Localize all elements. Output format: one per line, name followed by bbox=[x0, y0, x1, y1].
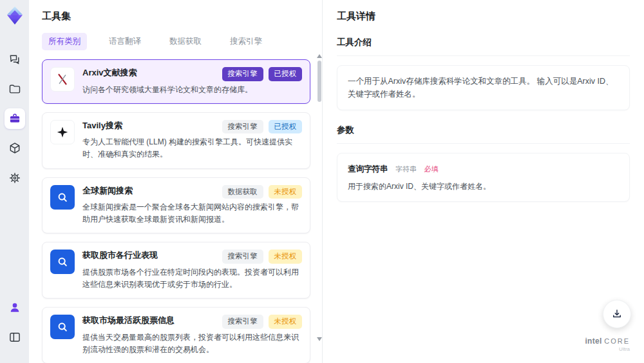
tab-language-translation[interactable]: 语言翻译 bbox=[102, 33, 147, 50]
param-box: 查询字符串 字符串 必填 用于搜索的Arxiv ID、关键字或作者姓名。 bbox=[337, 153, 630, 202]
scrollbar-thumb[interactable] bbox=[317, 61, 321, 102]
tool-card-body: Arxiv文献搜索 搜索引擎 已授权 访问各个研究领域大量科学论文和文章的存储库… bbox=[82, 67, 302, 96]
app-window: 工具集 所有类别 语言翻译 数据获取 搜索引擎 Arxiv文献搜索 bbox=[0, 0, 644, 363]
folder-icon bbox=[8, 83, 21, 95]
scrollbar-up-arrow[interactable] bbox=[317, 54, 322, 58]
cube-icon bbox=[8, 142, 21, 155]
arxiv-icon bbox=[50, 67, 75, 92]
sidebar-item-toolbox[interactable] bbox=[5, 108, 25, 129]
stock-search-icon bbox=[50, 315, 75, 339]
auth-status-badge: 已授权 bbox=[269, 67, 303, 81]
sidebar-item-settings[interactable] bbox=[5, 168, 25, 188]
tool-description: 全球新闻搜索是一个聚合全球各大新闻网站内容的搜索引擎，帮助用户快速获取全球最新资… bbox=[82, 201, 302, 226]
list-scrollbar[interactable] bbox=[317, 57, 322, 363]
intel-core-logo: intel CORE Ultra bbox=[585, 337, 630, 353]
tool-description: 提供股票市场各个行业在特定时间段内的表现。投资者可以利用这些信息来识别表现优于或… bbox=[82, 266, 302, 291]
stock-search-icon bbox=[50, 250, 75, 274]
sidebar-item-files[interactable] bbox=[5, 79, 25, 99]
category-tag: 搜索引擎 bbox=[222, 250, 263, 264]
brand-ultra-text: Ultra bbox=[585, 347, 630, 353]
sidebar-item-packages[interactable] bbox=[5, 138, 25, 159]
param-type: 字符串 bbox=[395, 165, 417, 173]
auth-status-badge: 未授权 bbox=[269, 315, 303, 329]
tool-card[interactable]: Tavily搜索 搜索引擎 已授权 专为人工智能代理 (LLM) 构建的搜索引擎… bbox=[42, 112, 310, 169]
tool-name: 获取股市各行业表现 bbox=[82, 250, 158, 261]
tab-search-engine[interactable]: 搜索引擎 bbox=[223, 33, 269, 50]
tool-description: 专为人工智能代理 (LLM) 构建的搜索引擎工具。可快速提供实时、准确和真实的结… bbox=[82, 136, 302, 161]
sidebar-item-panel-toggle[interactable] bbox=[5, 327, 25, 348]
briefcase-icon bbox=[8, 112, 21, 125]
intro-section-heading: 工具介绍 bbox=[337, 37, 630, 56]
chat-icon bbox=[8, 53, 21, 66]
category-tag: 搜索引擎 bbox=[222, 120, 263, 134]
param-name: 查询字符串 bbox=[348, 164, 388, 173]
param-required-badge: 必填 bbox=[424, 165, 438, 173]
panel-toggle-icon bbox=[8, 331, 21, 344]
user-icon bbox=[8, 301, 21, 314]
category-tag: 搜索引擎 bbox=[222, 67, 263, 81]
tool-detail-panel: 工具详情 工具介绍 一个用于从Arxiv存储库搜索科学论文和文章的工具。 输入可… bbox=[322, 0, 644, 363]
brand-intel-text: intel bbox=[585, 337, 601, 346]
tool-card-body: 获取市场最活跃股票信息 搜索引擎 未授权 提供当天交易量最高的股票列表，投资者可… bbox=[82, 315, 302, 356]
brand-core-text: CORE bbox=[604, 337, 630, 345]
news-search-icon bbox=[50, 185, 75, 210]
tool-list-panel: 工具集 所有类别 语言翻译 数据获取 搜索引擎 Arxiv文献搜索 bbox=[29, 0, 322, 363]
tool-card-body: Tavily搜索 搜索引擎 已授权 专为人工智能代理 (LLM) 构建的搜索引擎… bbox=[82, 120, 302, 161]
tool-card[interactable]: 全球新闻搜索 数据获取 未授权 全球新闻搜索是一个聚合全球各大新闻网站内容的搜索… bbox=[42, 177, 310, 234]
category-tag: 数据获取 bbox=[222, 185, 263, 199]
intro-box: 一个用于从Arxiv存储库搜索科学论文和文章的工具。 输入可以是Arxiv ID… bbox=[337, 65, 630, 110]
tool-name: 全球新闻搜索 bbox=[82, 185, 133, 197]
download-icon bbox=[611, 308, 623, 320]
tool-list: Arxiv文献搜索 搜索引擎 已授权 访问各个研究领域大量科学论文和文章的存储库… bbox=[42, 59, 310, 363]
param-description: 用于搜索的Arxiv ID、关键字或作者姓名。 bbox=[348, 181, 619, 192]
tool-card-body: 全球新闻搜索 数据获取 未授权 全球新闻搜索是一个聚合全球各大新闻网站内容的搜索… bbox=[82, 185, 302, 226]
category-tag: 搜索引擎 bbox=[222, 315, 263, 329]
tool-description: 访问各个研究领域大量科学论文和文章的存储库。 bbox=[82, 84, 302, 96]
tool-name: Arxiv文献搜索 bbox=[82, 67, 137, 79]
tavily-icon bbox=[50, 120, 75, 144]
params-section-heading: 参数 bbox=[337, 124, 630, 144]
tab-all-categories[interactable]: 所有类别 bbox=[42, 33, 87, 50]
download-button[interactable] bbox=[603, 300, 631, 328]
tab-data-fetch[interactable]: 数据获取 bbox=[163, 33, 208, 50]
sidebar-item-user[interactable] bbox=[5, 297, 25, 318]
category-tabs: 所有类别 语言翻译 数据获取 搜索引擎 bbox=[42, 33, 310, 50]
tool-name: 获取市场最活跃股票信息 bbox=[82, 315, 175, 326]
tool-description: 提供当天交易量最高的股票列表，投资者可以利用这些信息来识别流动性强的股票和潜在的… bbox=[82, 331, 302, 356]
tool-card[interactable]: 获取市场最活跃股票信息 搜索引擎 未授权 提供当天交易量最高的股票列表，投资者可… bbox=[42, 307, 310, 363]
scrollbar-down-arrow[interactable] bbox=[317, 337, 322, 341]
tool-card[interactable]: 获取股市各行业表现 搜索引擎 未授权 提供股票市场各个行业在特定时间段内的表现。… bbox=[42, 242, 310, 299]
auth-status-badge: 未授权 bbox=[269, 250, 303, 264]
left-rail bbox=[0, 0, 29, 363]
app-logo-icon bbox=[5, 5, 25, 26]
intro-text: 一个用于从Arxiv存储库搜索科学论文和文章的工具。 输入可以是Arxiv ID… bbox=[348, 75, 619, 101]
gear-icon bbox=[8, 172, 21, 184]
tool-name: Tavily搜索 bbox=[82, 120, 122, 132]
sidebar-item-chat[interactable] bbox=[5, 49, 25, 70]
tool-card[interactable]: Arxiv文献搜索 搜索引擎 已授权 访问各个研究领域大量科学论文和文章的存储库… bbox=[42, 59, 310, 104]
detail-title: 工具详情 bbox=[337, 10, 630, 23]
auth-status-badge: 已授权 bbox=[269, 120, 303, 134]
page-title: 工具集 bbox=[42, 10, 310, 23]
auth-status-badge: 未授权 bbox=[269, 185, 303, 199]
tool-card-body: 获取股市各行业表现 搜索引擎 未授权 提供股票市场各个行业在特定时间段内的表现。… bbox=[82, 250, 302, 291]
